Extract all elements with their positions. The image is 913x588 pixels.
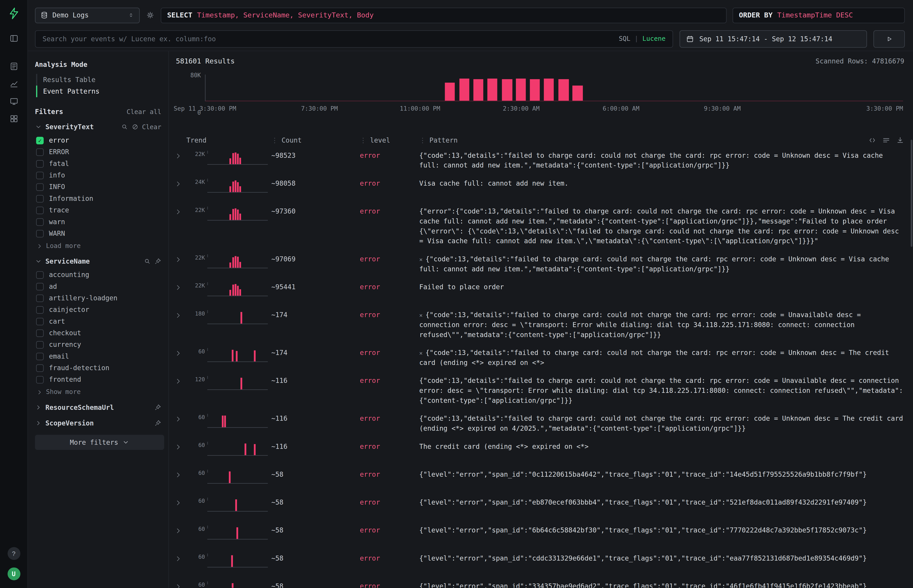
column-header-trend[interactable]: Trend	[186, 136, 272, 144]
histogram-bar[interactable]	[474, 79, 484, 101]
checkbox-icon[interactable]	[36, 341, 44, 348]
run-query-button[interactable]	[873, 30, 905, 47]
filter-option-warn[interactable]: warn	[36, 216, 168, 228]
column-handle-icon[interactable]: ⋮	[360, 136, 367, 144]
avatar[interactable]: U	[7, 567, 20, 580]
checkbox-icon[interactable]	[36, 206, 44, 214]
checkbox-icon[interactable]	[36, 306, 44, 313]
analysis-mode-event-patterns[interactable]: Event Patterns	[36, 86, 168, 97]
chevron-right-icon[interactable]	[35, 404, 42, 411]
download-icon[interactable]	[896, 136, 904, 144]
checkbox-icon[interactable]	[36, 294, 44, 302]
pin-icon[interactable]	[154, 404, 161, 411]
settings-gear-icon[interactable]	[146, 10, 155, 20]
sql-mode-toggle[interactable]: SQL	[619, 35, 630, 42]
search-icon[interactable]	[121, 123, 128, 130]
checkbox-icon[interactable]	[36, 160, 44, 167]
slash-circle-icon[interactable]	[131, 123, 139, 130]
checkbox-icon[interactable]	[36, 352, 44, 360]
checkbox-icon[interactable]	[36, 283, 44, 290]
filter-option-checkout[interactable]: checkout	[36, 327, 168, 339]
histogram-bar[interactable]	[502, 79, 512, 101]
filter-option-INFO[interactable]: INFO	[36, 181, 168, 193]
column-header-pattern[interactable]: ⋮Pattern	[419, 136, 458, 144]
filter-option-Information[interactable]: Information	[36, 193, 168, 204]
checkbox-icon[interactable]	[36, 364, 44, 372]
histogram-bar[interactable]	[544, 79, 554, 101]
expand-row-icon[interactable]	[175, 470, 186, 478]
code-view-icon[interactable]	[868, 136, 876, 144]
chevron-down-icon[interactable]	[35, 123, 42, 130]
histogram-bar[interactable]	[460, 79, 469, 101]
checkbox-icon[interactable]	[36, 376, 44, 383]
monitor-nav-icon[interactable]	[9, 97, 18, 106]
search-input[interactable]: Search your events w/ Lucene ex. column:…	[35, 30, 673, 47]
more-filters-button[interactable]: More filters	[35, 435, 164, 450]
filter-option-accounting[interactable]: accounting	[36, 269, 168, 280]
sidebar-toggle-icon[interactable]	[9, 34, 18, 43]
checkbox-icon[interactable]	[36, 271, 44, 278]
pin-icon[interactable]	[154, 420, 161, 426]
expand-row-icon[interactable]	[175, 179, 186, 187]
filter-option-frontend[interactable]: frontend	[36, 373, 168, 385]
filter-option-currency[interactable]: currency	[36, 339, 168, 350]
expand-row-icon[interactable]	[175, 207, 186, 215]
column-handle-icon[interactable]: ⋮	[272, 136, 278, 144]
scrollbar-thumb[interactable]	[911, 140, 913, 247]
checkbox-icon[interactable]	[36, 195, 44, 202]
pattern-row[interactable]: 22K~97069error✕{"code":13,"details":"fai…	[175, 250, 904, 278]
pattern-row[interactable]: 22K~95441errorFailed to place order	[175, 278, 904, 306]
histogram-bar[interactable]	[558, 79, 569, 101]
pattern-row[interactable]: 60~58error{"level":"error","span_id":"0c…	[175, 465, 904, 493]
pattern-row[interactable]: 60~58error{"level":"error","span_id":"cd…	[175, 549, 904, 577]
column-header-level[interactable]: ⋮level	[360, 136, 419, 144]
expand-row-icon[interactable]	[175, 254, 186, 263]
app-logo[interactable]	[7, 7, 20, 20]
clear-all-filters[interactable]: Clear all	[126, 108, 161, 115]
checkbox-icon[interactable]	[36, 183, 44, 191]
expand-row-icon[interactable]	[175, 282, 186, 291]
expand-row-icon[interactable]	[175, 554, 186, 562]
filter-option-email[interactable]: email	[36, 351, 168, 362]
histogram-bar[interactable]	[572, 86, 583, 101]
lucene-mode-toggle[interactable]: Lucene	[643, 35, 665, 42]
pattern-row[interactable]: 60~58error{"level":"error","span_id":"33…	[175, 577, 904, 588]
chevron-right-icon[interactable]	[35, 420, 42, 426]
checkbox-icon[interactable]: ✓	[36, 136, 44, 144]
pattern-row[interactable]: 22K~98523error{"code":13,"details":"fail…	[175, 147, 904, 174]
help-button[interactable]: ?	[7, 547, 20, 560]
checkbox-icon[interactable]	[36, 329, 44, 337]
pattern-row[interactable]: 120~116error{"code":13,"details":"failed…	[175, 372, 904, 410]
checkbox-icon[interactable]	[36, 148, 44, 155]
expand-row-icon[interactable]	[175, 526, 186, 535]
filter-option-fraud-detection[interactable]: fraud-detection	[36, 362, 168, 373]
dismiss-x-icon[interactable]: ✕	[419, 312, 423, 318]
chevron-down-icon[interactable]	[35, 258, 42, 265]
pattern-row[interactable]: 24K~98058errorVisa cache full: cannot ad…	[175, 174, 904, 202]
order-by-input[interactable]: ORDER BY TimestampTime DESC	[732, 7, 905, 23]
column-header-count[interactable]: ⋮Count	[272, 136, 360, 144]
dismiss-x-icon[interactable]: ✕	[419, 256, 423, 262]
show-more-button[interactable]: Show more	[36, 388, 168, 396]
analysis-mode-results-table[interactable]: Results Table	[36, 74, 168, 86]
dashboard-nav-icon[interactable]	[9, 114, 18, 123]
checkbox-icon[interactable]	[36, 318, 44, 325]
row-settings-icon[interactable]	[882, 136, 890, 144]
filter-option-error[interactable]: ✓error	[36, 134, 168, 146]
pattern-row[interactable]: 180~174error✕{"code":13,"details":"faile…	[175, 306, 904, 344]
histogram-bar[interactable]	[516, 78, 526, 101]
histogram-bar[interactable]	[445, 83, 455, 101]
filter-option-cainjector[interactable]: cainjector	[36, 304, 168, 315]
expand-row-icon[interactable]	[175, 348, 186, 357]
chart-nav-icon[interactable]	[9, 79, 18, 89]
pattern-row[interactable]: 60~58error{"level":"error","span_id":"6b…	[175, 522, 904, 549]
filter-option-artillery-loadgen[interactable]: artillery-loadgen	[36, 292, 168, 304]
dismiss-x-icon[interactable]: ✕	[419, 350, 423, 356]
pin-icon[interactable]	[154, 258, 161, 265]
expand-row-icon[interactable]	[175, 151, 186, 160]
source-selector[interactable]: Demo Logs	[35, 7, 140, 23]
filter-option-ERROR[interactable]: ERROR	[36, 146, 168, 158]
filter-option-info[interactable]: info	[36, 169, 168, 181]
filter-option-WARN[interactable]: WARN	[36, 228, 168, 239]
pattern-row[interactable]: 22K~97360error{"error":{"code":13,"detai…	[175, 203, 904, 250]
